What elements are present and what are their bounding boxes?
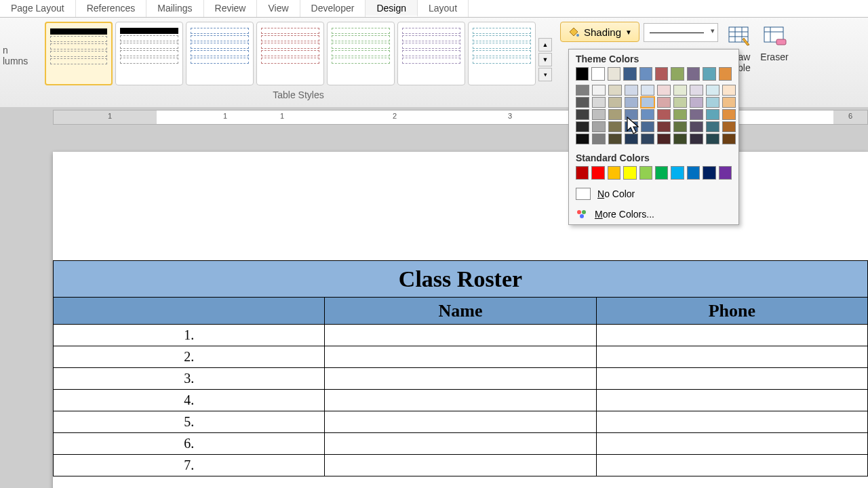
name-cell[interactable] [325, 433, 596, 455]
theme-shade-swatch[interactable] [673, 109, 687, 120]
theme-shade-swatch[interactable] [722, 121, 736, 132]
theme-shade-swatch[interactable] [673, 121, 687, 132]
standard-color-swatch[interactable] [687, 166, 700, 180]
phone-cell[interactable] [596, 346, 867, 368]
standard-color-swatch[interactable] [623, 166, 636, 180]
theme-shade-swatch[interactable] [690, 109, 703, 120]
theme-shade-swatch[interactable] [592, 134, 606, 144]
no-color-option[interactable]: No Color [569, 184, 738, 204]
theme-shade-swatch[interactable] [690, 134, 703, 144]
row-number-cell[interactable]: 6. [54, 433, 325, 455]
more-colors-option[interactable]: More Colors... [569, 204, 738, 224]
theme-shade-swatch[interactable] [592, 97, 606, 108]
theme-shade-swatch[interactable] [592, 121, 606, 132]
theme-shade-swatch[interactable] [657, 121, 671, 132]
name-cell[interactable] [325, 346, 596, 368]
phone-cell[interactable] [596, 455, 867, 476]
table-title-cell[interactable]: Class Roster [54, 261, 868, 298]
theme-shade-swatch[interactable] [641, 97, 654, 108]
theme-color-swatch[interactable] [591, 67, 604, 81]
theme-shade-swatch[interactable] [625, 85, 638, 96]
theme-shade-swatch[interactable] [608, 85, 622, 96]
theme-shade-swatch[interactable] [608, 97, 622, 108]
row-number-cell[interactable]: 2. [54, 346, 325, 368]
row-number-cell[interactable]: 4. [54, 390, 325, 411]
name-cell[interactable] [325, 390, 596, 411]
table-style-4[interactable] [256, 22, 324, 85]
border-style-selector[interactable] [644, 23, 718, 42]
name-cell[interactable] [325, 411, 596, 433]
theme-color-swatch[interactable] [655, 67, 668, 81]
standard-color-swatch[interactable] [576, 166, 589, 180]
theme-shade-swatch[interactable] [690, 85, 703, 96]
theme-shade-swatch[interactable] [722, 85, 736, 96]
theme-shade-swatch[interactable] [657, 97, 671, 108]
theme-shade-swatch[interactable] [576, 134, 589, 144]
standard-color-swatch[interactable] [719, 166, 732, 180]
styles-scroll-down[interactable]: ▼ [538, 53, 552, 66]
theme-color-swatch[interactable] [608, 67, 620, 81]
phone-cell[interactable] [596, 325, 867, 346]
name-cell[interactable] [325, 325, 596, 346]
theme-shade-swatch[interactable] [608, 134, 622, 144]
table-style-7[interactable] [468, 22, 536, 85]
theme-shade-swatch[interactable] [657, 85, 671, 96]
tab-layout[interactable]: Layout [418, 0, 469, 17]
standard-color-swatch[interactable] [591, 166, 604, 180]
tab-view[interactable]: View [257, 0, 300, 17]
theme-shade-swatch[interactable] [641, 85, 654, 96]
styles-scroll-up[interactable]: ▲ [538, 38, 552, 52]
phone-cell[interactable] [596, 390, 867, 411]
theme-shade-swatch[interactable] [673, 134, 687, 144]
class-roster-table[interactable]: Class Roster Name Phone 1.2.3.4.5.6.7. [53, 260, 868, 476]
theme-shade-swatch[interactable] [625, 134, 638, 144]
table-style-2[interactable] [115, 22, 183, 85]
theme-shade-swatch[interactable] [706, 109, 719, 120]
row-number-cell[interactable]: 5. [54, 411, 325, 433]
theme-shade-swatch[interactable] [673, 97, 687, 108]
theme-shade-swatch[interactable] [576, 121, 589, 132]
theme-shade-swatch[interactable] [673, 85, 687, 96]
theme-shade-swatch[interactable] [706, 85, 719, 96]
theme-shade-swatch[interactable] [641, 109, 654, 120]
phone-cell[interactable] [596, 433, 867, 455]
table-style-5[interactable] [327, 22, 395, 85]
theme-shade-swatch[interactable] [690, 97, 703, 108]
standard-color-swatch[interactable] [703, 166, 715, 180]
theme-shade-swatch[interactable] [690, 121, 703, 132]
theme-shade-swatch[interactable] [706, 121, 719, 132]
table-header-name[interactable]: Name [325, 298, 596, 325]
tab-review[interactable]: Review [204, 0, 258, 17]
phone-cell[interactable] [596, 411, 867, 433]
theme-shade-swatch[interactable] [608, 121, 622, 132]
theme-shade-swatch[interactable] [657, 109, 671, 120]
standard-color-swatch[interactable] [608, 166, 620, 180]
theme-color-swatch[interactable] [576, 67, 589, 81]
table-style-3[interactable] [186, 22, 254, 85]
theme-color-swatch[interactable] [687, 67, 700, 81]
theme-shade-swatch[interactable] [641, 121, 654, 132]
theme-shade-swatch[interactable] [625, 121, 638, 132]
tab-design[interactable]: Design [366, 0, 418, 17]
shading-button[interactable]: Shading ▼ [560, 22, 639, 42]
theme-shade-swatch[interactable] [722, 134, 736, 144]
standard-color-swatch[interactable] [655, 166, 668, 180]
table-style-6[interactable] [397, 22, 465, 85]
row-number-cell[interactable]: 1. [54, 325, 325, 346]
theme-shade-swatch[interactable] [625, 109, 638, 120]
theme-shade-swatch[interactable] [706, 97, 719, 108]
standard-color-swatch[interactable] [671, 166, 684, 180]
theme-color-swatch[interactable] [719, 67, 732, 81]
theme-shade-swatch[interactable] [576, 85, 589, 96]
theme-shade-swatch[interactable] [722, 109, 736, 120]
table-style-1[interactable] [45, 22, 113, 85]
tab-mailings[interactable]: Mailings [146, 0, 203, 17]
horizontal-ruler[interactable]: 1 1 1 2 3 6 [53, 110, 868, 125]
row-number-cell[interactable]: 3. [54, 368, 325, 390]
theme-color-swatch[interactable] [639, 67, 652, 81]
theme-shade-swatch[interactable] [608, 109, 622, 120]
theme-shade-swatch[interactable] [592, 85, 606, 96]
theme-shade-swatch[interactable] [576, 97, 589, 108]
theme-shade-swatch[interactable] [625, 97, 638, 108]
tab-references[interactable]: References [76, 0, 147, 17]
